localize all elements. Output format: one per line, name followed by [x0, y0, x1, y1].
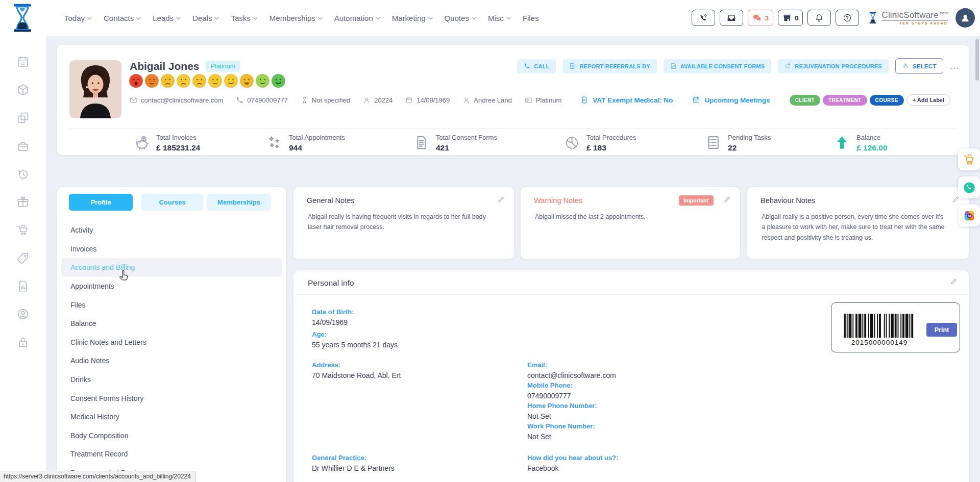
- svg-text:12: 12: [21, 62, 25, 65]
- main-nav: TodayContactsLeadsDealsTasksMembershipsA…: [64, 14, 538, 22]
- menu-item-treatment-record[interactable]: Treatment Record: [61, 445, 282, 464]
- menu-item-invoices[interactable]: Invoices: [61, 240, 282, 259]
- satisfaction-emoji-10[interactable]: [271, 73, 286, 88]
- chat-button[interactable]: 3: [748, 10, 773, 26]
- ai-icon: AI: [963, 209, 976, 222]
- call-button[interactable]: CALL: [517, 59, 556, 73]
- satisfaction-emoji-6[interactable]: [208, 73, 223, 88]
- help-button[interactable]: [836, 10, 859, 26]
- gift-icon[interactable]: [16, 195, 30, 209]
- nav-item-leads[interactable]: Leads: [153, 14, 181, 22]
- cube-icon[interactable]: [16, 83, 30, 96]
- brand-logo[interactable]: ClinicSoftware.comTEN STEPS AHEAD: [867, 11, 948, 26]
- field-value: 55 years 5 months 21 days: [312, 341, 398, 349]
- chevron-down-icon: [376, 17, 380, 20]
- nav-item-label: Files: [523, 14, 539, 22]
- nav-item-tasks[interactable]: Tasks: [231, 14, 257, 22]
- report-icon[interactable]: [16, 280, 30, 293]
- nav-item-marketing[interactable]: Marketing: [392, 14, 433, 22]
- print-button[interactable]: Print: [926, 323, 957, 337]
- tag-icon[interactable]: [16, 251, 30, 265]
- available-consent-forms-button[interactable]: AVAILABLE CONSENT FORMS: [664, 59, 772, 73]
- menu-item-body-composition[interactable]: Body Composition: [61, 426, 282, 445]
- satisfaction-emoji-3[interactable]: [160, 73, 175, 88]
- basket-icon[interactable]: [16, 139, 30, 153]
- tab-profile[interactable]: Profile: [69, 194, 133, 211]
- menu-item-appointments[interactable]: Appointments: [61, 277, 282, 296]
- tab-memberships[interactable]: Memberships: [207, 194, 271, 211]
- edit-pencil-icon[interactable]: [497, 195, 505, 203]
- nav-item-memberships[interactable]: Memberships: [270, 14, 323, 22]
- menu-item-accounts-and-billing[interactable]: Accounts and Billing: [61, 258, 282, 277]
- menu-item-medical-history[interactable]: Medical History: [61, 408, 282, 426]
- contact-item-contact-clinicsoftware-com: contact@clinicsoftware.com: [130, 96, 223, 104]
- personal-info-title: Personal info: [308, 278, 354, 288]
- notifications-button[interactable]: [807, 10, 831, 26]
- menu-item-clinic-notes-and-letters[interactable]: Clinic Notes and Letters: [61, 333, 282, 352]
- user-icon: [462, 96, 470, 104]
- rejuvenation-procedures-button[interactable]: REJUVENATION PROCEDURES: [778, 59, 889, 73]
- label-chip-course: COURSE: [870, 95, 904, 106]
- contact-item-text: 14/09/1969: [416, 96, 450, 104]
- user-icon: [363, 96, 371, 104]
- lock-icon[interactable]: [16, 336, 30, 349]
- user-circle-icon[interactable]: [16, 308, 30, 321]
- report-referrals-by-button[interactable]: REPORT REFERRALS BY: [562, 59, 656, 73]
- user-avatar[interactable]: [955, 8, 975, 28]
- satisfaction-emoji-4[interactable]: [176, 73, 191, 88]
- vat-exempt-medical-no-link[interactable]: VAT Exempt Medical: No: [580, 96, 673, 104]
- scrollbar-thumb[interactable]: [975, 39, 979, 81]
- satisfaction-emoji-2[interactable]: [144, 73, 159, 88]
- stat-value: £ 126.00: [856, 143, 887, 153]
- satisfaction-emoji-9[interactable]: [255, 73, 270, 88]
- field-value: contact@clinicsoftware.com: [527, 371, 616, 379]
- svg-text:AI: AI: [967, 214, 970, 217]
- satisfaction-emoji-5[interactable]: [192, 73, 207, 88]
- nav-item-automation[interactable]: Automation: [334, 14, 380, 22]
- nav-item-misc[interactable]: Misc: [488, 14, 511, 22]
- app-logo-icon[interactable]: [10, 3, 35, 33]
- tab-courses[interactable]: Courses: [141, 194, 203, 211]
- cart-float-button[interactable]: [958, 148, 980, 170]
- menu-item-audio-notes[interactable]: Audio Notes: [61, 351, 282, 370]
- nav-item-files[interactable]: Files: [523, 14, 539, 22]
- more-options-button[interactable]: ...: [950, 62, 960, 70]
- menu-item-consent-forms-history[interactable]: Consent Forms History: [61, 389, 282, 408]
- chevron-down-icon: [428, 17, 433, 20]
- satisfaction-emoji-7[interactable]: [224, 73, 238, 88]
- cart-icon[interactable]: [16, 223, 30, 237]
- calendar-12-icon[interactable]: 12: [16, 55, 30, 68]
- menu-item-activity[interactable]: Activity: [61, 221, 282, 240]
- menu-item-drinks[interactable]: Drinks: [61, 370, 282, 389]
- field-value: 07490009777: [527, 392, 571, 400]
- satisfaction-emoji-1[interactable]: [129, 73, 143, 88]
- phone-icon: [524, 63, 530, 69]
- contact-item-text: Not specified: [312, 96, 350, 104]
- edit-pencil-icon[interactable]: [723, 195, 731, 203]
- sidebar-icon-list: 12: [0, 55, 46, 349]
- inbox-button[interactable]: [720, 10, 743, 26]
- help-icon: [843, 13, 852, 22]
- copy-icon[interactable]: [16, 111, 30, 124]
- client-profile-card: Abigail Jones Platinum CALLREPORT REFERR…: [57, 45, 969, 155]
- nav-item-quotes[interactable]: Quotes: [445, 14, 476, 22]
- select-label: SELECT: [913, 63, 937, 69]
- contact-item-14-09-1969: 14/09/1969: [405, 96, 450, 104]
- ai-float-button[interactable]: AI: [958, 205, 980, 226]
- menu-item-balance[interactable]: Balance: [61, 314, 282, 333]
- nav-item-contacts[interactable]: Contacts: [104, 14, 141, 22]
- upcoming-meetings-link[interactable]: 12Upcoming Meetings: [692, 96, 770, 104]
- edit-pencil-icon[interactable]: [950, 277, 958, 285]
- chevron-down-icon: [318, 17, 323, 20]
- menu-item-files[interactable]: Files: [61, 295, 282, 314]
- nav-item-today[interactable]: Today: [64, 14, 92, 22]
- history-icon[interactable]: [16, 167, 30, 181]
- whatsapp-float-button[interactable]: [958, 176, 980, 198]
- select-button[interactable]: SELECT: [895, 58, 944, 74]
- pos-button[interactable]: 0: [778, 10, 803, 26]
- contact-item-text: contact@clinicsoftware.com: [141, 96, 223, 104]
- add-label-button[interactable]: + Add Label: [906, 94, 950, 106]
- dialer-button[interactable]: [692, 10, 715, 26]
- satisfaction-emoji-8[interactable]: [239, 73, 254, 88]
- nav-item-deals[interactable]: Deals: [192, 14, 219, 22]
